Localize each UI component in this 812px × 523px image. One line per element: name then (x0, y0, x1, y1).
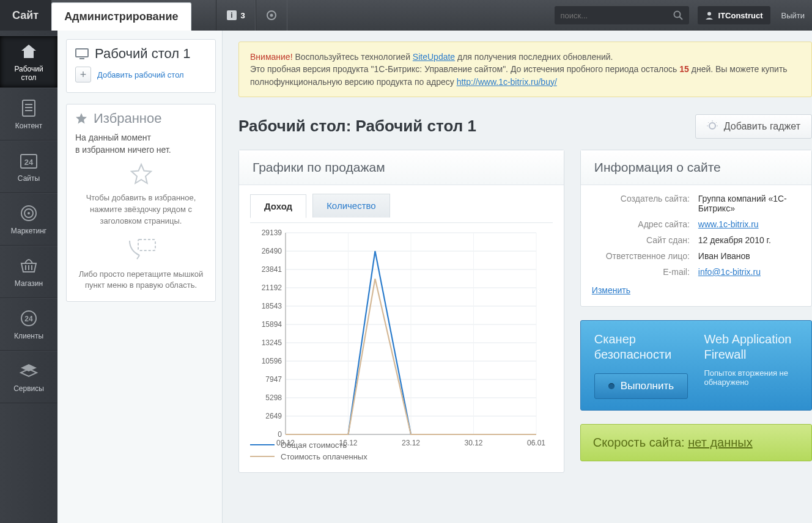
monitor-icon (75, 48, 89, 59)
notif-count: 3 (241, 11, 245, 20)
siteupdate-link[interactable]: SiteUpdate (413, 52, 455, 62)
svg-text:i: i (231, 11, 232, 20)
siteinfo-title: Информация о сайте (594, 160, 798, 175)
info-label: Адрес сайта: (592, 219, 690, 229)
add-desktop-button[interactable]: + (75, 67, 91, 82)
security-scanner-card: Сканер безопасности Выполнить Web Applic… (580, 320, 812, 411)
svg-text:24: 24 (24, 158, 34, 167)
info-link[interactable]: www.1c-bitrix.ru (698, 219, 759, 229)
info-label: E-mail: (592, 267, 690, 277)
tab-site[interactable]: Сайт (0, 0, 51, 31)
nav-shop[interactable]: Магазин (0, 246, 57, 298)
tab-quantity[interactable]: Количество (312, 194, 390, 218)
settings-button[interactable] (256, 0, 287, 31)
nav-label: Сервисы (13, 385, 44, 393)
info-value: Группа компаний «1С-Битрикс» (698, 194, 800, 213)
speed-prefix: Скорость сайта: (593, 436, 688, 449)
svg-text:5298: 5298 (265, 393, 282, 402)
svg-text:15894: 15894 (262, 320, 282, 329)
t: Это пробная версия продукта "1C-Битрикс:… (250, 64, 679, 74)
scanner-run-button[interactable]: Выполнить (594, 373, 688, 399)
waf-title: Web Application Firewall (704, 332, 798, 362)
svg-text:21192: 21192 (262, 283, 282, 292)
siteinfo-edit-link[interactable]: Изменить (592, 285, 630, 295)
nav-label: Магазин (15, 280, 43, 288)
svg-text:10596: 10596 (262, 357, 282, 365)
nav-content[interactable]: Контент (0, 88, 57, 141)
nav-marketing[interactable]: Маркетинг (0, 193, 57, 246)
svg-point-3 (270, 14, 273, 17)
svg-text:26490: 26490 (262, 247, 282, 255)
fav-empty-1: На данный момент (75, 133, 207, 142)
calendar-icon: 24 (18, 150, 39, 171)
svg-text:23841: 23841 (262, 265, 282, 274)
search-icon (673, 10, 683, 20)
svg-text:09.12: 09.12 (276, 439, 295, 447)
svg-rect-23 (138, 240, 155, 251)
info-value: Иван Иванов (698, 251, 800, 261)
user-button[interactable]: ITConstruct (698, 6, 770, 24)
drag-icon (126, 238, 157, 263)
tab-income[interactable]: Доход (250, 194, 306, 218)
dot-icon (608, 383, 615, 389)
info-label: Сайт сдан: (592, 235, 690, 245)
desktop-panel: Рабочий стол 1 + Добавить рабочий стол (66, 39, 216, 93)
scanner-run-label: Выполнить (621, 380, 674, 392)
tab-site-label: Сайт (12, 9, 39, 22)
search-input[interactable] (561, 11, 673, 20)
sales-chart: 0264952987947105961324515894185432119223… (253, 228, 546, 436)
stack-icon (18, 360, 39, 381)
basket-icon (18, 255, 39, 276)
svg-point-6 (707, 12, 711, 16)
nav-clients[interactable]: 24 Клиенты (0, 298, 57, 351)
svg-text:2649: 2649 (265, 412, 282, 420)
star-icon (75, 112, 87, 125)
info-link[interactable]: info@1c-bitrix.ru (698, 267, 761, 277)
topbar: Сайт Администрирование i 3 ITConstruct В… (0, 0, 812, 31)
legend-2: Стоимость оплаченных (281, 452, 367, 461)
svg-text:13245: 13245 (262, 338, 282, 347)
buy-link[interactable]: http://www.1c-bitrix.ru/buy/ (457, 77, 557, 87)
nav-label: Маркетинг (11, 227, 46, 236)
tab-admin[interactable]: Администрирование (51, 2, 191, 31)
target-icon (18, 203, 39, 224)
add-gadget-button[interactable]: Добавить гаджет (695, 114, 812, 139)
t: для получения последних обновлений. (455, 52, 613, 62)
doc-icon (18, 98, 39, 119)
page-title: Рабочий стол: Рабочий стол 1 (238, 117, 695, 136)
trial-notice: Внимание! Воспользуйтесь технологией Sit… (238, 42, 812, 97)
search-box[interactable] (555, 6, 689, 24)
fav-hint-1: Чтобы добавить в избранное, нажмите звёз… (75, 192, 207, 227)
t: Воспользуйтесь технологией (293, 52, 413, 62)
logout-label: Выйти (781, 11, 805, 20)
svg-text:06.01: 06.01 (527, 439, 545, 447)
nav-services[interactable]: Сервисы (0, 351, 57, 403)
svg-point-15 (28, 212, 30, 214)
siteinfo-card: Информация о сайте Создатель сайта:Групп… (580, 150, 812, 307)
speed-link[interactable]: нет данных (688, 436, 752, 449)
svg-point-24 (709, 123, 715, 129)
desktop-title: Рабочий стол 1 (75, 46, 207, 62)
svg-text:29139: 29139 (262, 229, 282, 237)
svg-text:16.12: 16.12 (339, 439, 357, 447)
info-value: info@1c-bitrix.ru (698, 267, 800, 277)
nav-sites[interactable]: 24 Сайты (0, 141, 57, 193)
svg-line-5 (679, 16, 682, 20)
add-gadget-label: Добавить гаджет (724, 121, 800, 132)
fav-hint-2: Либо просто перетащите мышкой пункт меню… (75, 269, 207, 292)
svg-text:30.12: 30.12 (464, 439, 482, 447)
add-desktop-link[interactable]: Добавить рабочий стол (97, 70, 184, 79)
notifications-button[interactable]: i 3 (216, 0, 256, 31)
favorites-title: Избранное (75, 111, 207, 126)
sales-card-title: Графики по продажам (253, 160, 550, 175)
logout-link[interactable]: Выйти (774, 0, 813, 31)
info-value: 12 декабря 2010 г. (698, 235, 800, 245)
nav-desktop[interactable]: Рабочий стол (0, 35, 57, 88)
trial-days: 15 (679, 64, 689, 74)
site-speed-card: Скорость сайта: нет данных (580, 424, 812, 461)
tab-admin-label: Администрирование (64, 10, 178, 23)
clients-icon: 24 (18, 308, 39, 329)
sales-card: Графики по продажам Доход Количество 026… (238, 150, 564, 473)
legend-swatch-2 (250, 456, 275, 457)
icon-nav: Рабочий стол Контент 24 Сайты Маркетинг … (0, 31, 57, 523)
